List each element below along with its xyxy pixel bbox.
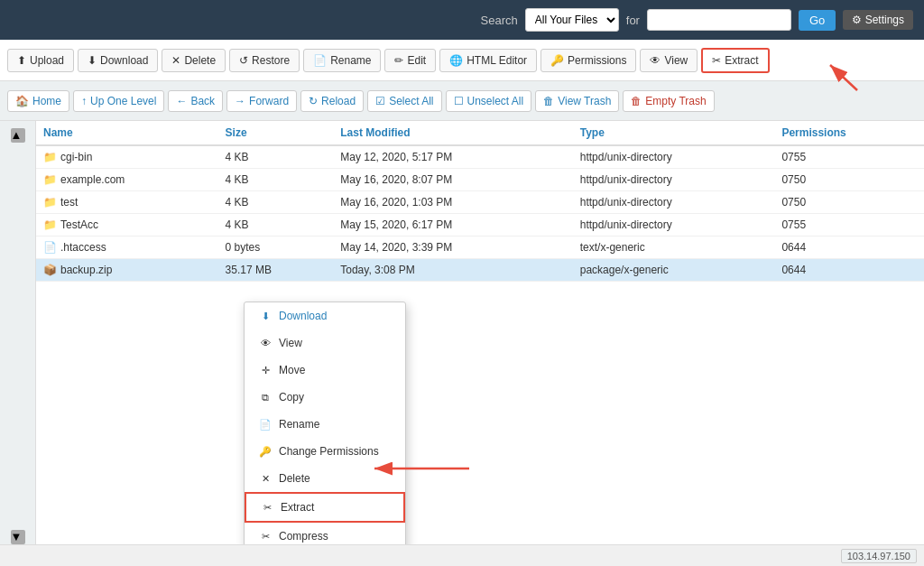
forward-icon: → (235, 95, 245, 107)
col-header-permissions[interactable]: Permissions (774, 121, 924, 145)
download-toolbar-btn[interactable]: ⬇Download (78, 49, 158, 72)
file-size: 35.17 MB (218, 259, 334, 282)
up-one-level-nav-btn[interactable]: ↑Up One Level (73, 90, 164, 112)
delete-toolbar-btn[interactable]: ✕Delete (162, 49, 226, 72)
ctx-rename[interactable]: 📄Rename (245, 411, 405, 438)
ctx-compress[interactable]: ✂Compress (245, 523, 405, 544)
empty-trash-nav-btn[interactable]: 🗑Empty Trash (623, 90, 714, 112)
ctx-compress-label: Compress (279, 530, 328, 543)
col-header-name[interactable]: Name (36, 121, 218, 145)
ctx-copy[interactable]: ⧉Copy (245, 384, 405, 411)
table-row[interactable]: 📦backup.zip35.17 MBToday, 3:08 PMpackage… (36, 259, 924, 282)
ctx-delete-icon: ✕ (259, 473, 272, 485)
file-area[interactable]: NameSizeLast ModifiedTypePermissions📁cgi… (36, 121, 924, 544)
file-size: 4 KB (218, 145, 334, 169)
delete-icon: ✕ (171, 54, 180, 67)
file-perms: 0644 (774, 259, 924, 282)
ctx-permissions[interactable]: 🔑Change Permissions (245, 438, 405, 465)
view-icon: 👁 (650, 54, 661, 67)
ctx-view-icon: 👁 (259, 338, 272, 348)
sidebar: ▲ ▼ (0, 121, 36, 544)
search-scope-select[interactable]: All Your Files (525, 8, 619, 32)
ctx-permissions-label: Change Permissions (279, 445, 379, 458)
ctx-copy-icon: ⧉ (259, 392, 272, 404)
file-name: test (60, 196, 78, 209)
ctx-download[interactable]: ⬇Download (245, 302, 405, 329)
ctx-delete[interactable]: ✕Delete (245, 465, 405, 492)
file-type: httpd/unix-directory (573, 145, 775, 169)
ctx-delete-label: Delete (279, 472, 310, 485)
table-row[interactable]: 📁TestAcc4 KBMay 15, 2020, 6:17 PMhttpd/u… (36, 214, 924, 237)
view-toolbar-btn[interactable]: 👁View (640, 49, 698, 72)
view-trash-nav-btn[interactable]: 🗑View Trash (535, 90, 619, 112)
zip-icon: 📦 (43, 264, 57, 276)
file-perms: 0755 (774, 214, 924, 237)
restore-toolbar-btn[interactable]: ↺Restore (229, 49, 300, 72)
file-name: .htaccess (60, 241, 106, 254)
rename-icon: 📄 (313, 54, 327, 67)
col-header-last-modified[interactable]: Last Modified (333, 121, 572, 145)
ctx-move[interactable]: ✛Move (245, 357, 405, 384)
table-row[interactable]: 📄.htaccess0 bytesMay 14, 2020, 3:39 PMte… (36, 237, 924, 259)
file-modified: May 12, 2020, 5:17 PM (333, 145, 572, 169)
file-type: httpd/unix-directory (573, 214, 775, 237)
top-bar: Search All Your Files for Go ⚙ Settings (0, 0, 924, 40)
settings-button[interactable]: ⚙ Settings (843, 10, 913, 30)
unselect-all-nav-btn[interactable]: ☐Unselect All (446, 90, 532, 112)
search-input[interactable] (647, 9, 791, 31)
col-header-type[interactable]: Type (573, 121, 775, 145)
nav-bar: 🏠Home↑Up One Level←Back→Forward↻Reload☑S… (0, 81, 924, 121)
search-label: Search (481, 14, 518, 27)
file-perms: 0755 (774, 145, 924, 169)
file-name: TestAcc (60, 218, 98, 231)
file-name: example.com (60, 173, 125, 186)
file-name: backup.zip (60, 264, 112, 276)
upload-toolbar-btn[interactable]: ⬆Upload (7, 49, 74, 72)
ctx-extract[interactable]: ✂Extract (245, 492, 405, 523)
status-bar: 103.14.97.150 (0, 544, 924, 566)
restore-icon: ↺ (239, 54, 248, 67)
permissions-icon: 🔑 (550, 54, 564, 67)
permissions-toolbar-btn[interactable]: 🔑Permissions (541, 49, 636, 72)
file-modified: Today, 3:08 PM (333, 259, 572, 282)
table-row[interactable]: 📁cgi-bin4 KBMay 12, 2020, 5:17 PMhttpd/u… (36, 145, 924, 169)
home-nav-btn[interactable]: 🏠Home (7, 90, 69, 112)
file-modified: May 14, 2020, 3:39 PM (333, 237, 572, 259)
reload-nav-btn[interactable]: ↻Reload (300, 90, 364, 112)
file-modified: May 15, 2020, 6:17 PM (333, 214, 572, 237)
edit-icon: ✏ (394, 54, 403, 67)
file-name: cgi-bin (60, 151, 92, 163)
forward-nav-btn[interactable]: →Forward (226, 90, 297, 112)
upload-icon: ⬆ (17, 54, 26, 67)
file-modified: May 16, 2020, 8:07 PM (333, 169, 572, 191)
select-all-nav-btn[interactable]: ☑Select All (367, 90, 441, 112)
back-nav-btn[interactable]: ←Back (168, 90, 223, 112)
ctx-rename-icon: 📄 (259, 419, 272, 431)
ctx-compress-icon: ✂ (259, 531, 272, 543)
scroll-up[interactable]: ▲ (11, 128, 25, 143)
extract-icon: ✂ (712, 54, 721, 67)
file-size: 4 KB (218, 214, 334, 237)
main-area: ▲ ▼ NameSizeLast ModifiedTypePermissions… (0, 121, 924, 544)
table-row[interactable]: 📁example.com4 KBMay 16, 2020, 8:07 PMhtt… (36, 169, 924, 191)
file-size: 4 KB (218, 191, 334, 214)
folder-icon: 📁 (43, 151, 57, 163)
file-icon: 📄 (43, 241, 57, 254)
col-header-size[interactable]: Size (218, 121, 334, 145)
scroll-down[interactable]: ▼ (11, 530, 25, 544)
for-label: for (626, 14, 640, 27)
file-size: 0 bytes (218, 237, 334, 259)
edit-toolbar-btn[interactable]: ✏Edit (384, 49, 436, 72)
file-perms: 0750 (774, 191, 924, 214)
file-type: httpd/unix-directory (573, 191, 775, 214)
file-modified: May 16, 2020, 1:03 PM (333, 191, 572, 214)
file-perms: 0644 (774, 237, 924, 259)
file-size: 4 KB (218, 169, 334, 191)
ctx-view[interactable]: 👁View (245, 329, 405, 357)
table-row[interactable]: 📁test4 KBMay 16, 2020, 1:03 PMhttpd/unix… (36, 191, 924, 214)
rename-toolbar-btn[interactable]: 📄Rename (303, 49, 381, 72)
extract-toolbar-btn[interactable]: ✂Extract (701, 48, 769, 73)
go-button[interactable]: Go (799, 10, 836, 31)
toolbar: ⬆Upload⬇Download✕Delete↺Restore📄Rename✏E… (0, 40, 924, 81)
html-editor-toolbar-btn[interactable]: 🌐HTML Editor (439, 49, 537, 72)
